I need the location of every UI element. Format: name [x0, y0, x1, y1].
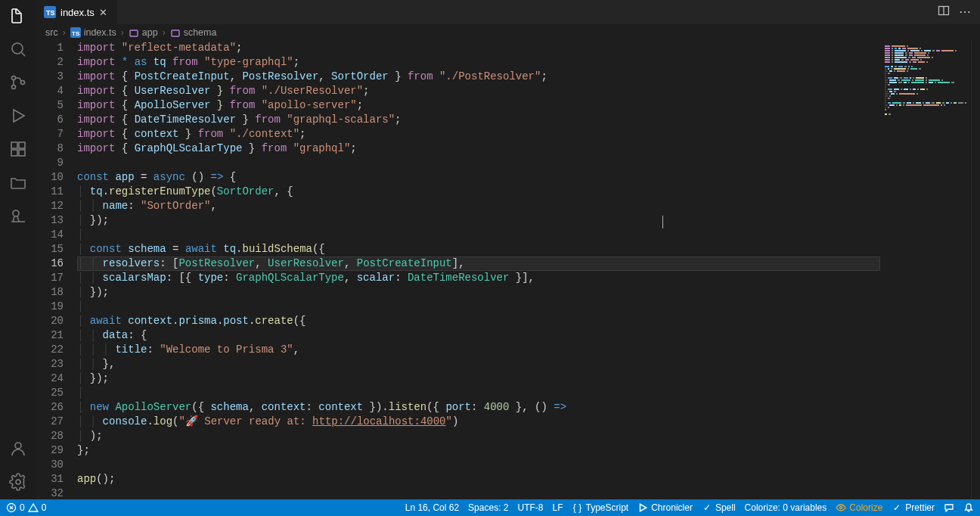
chevron-right-icon: ›: [121, 27, 124, 38]
status-cursor-position[interactable]: Ln 16, Col 62: [405, 502, 459, 513]
eye-icon: [836, 502, 846, 513]
status-eol[interactable]: LF: [552, 502, 563, 513]
svg-rect-7: [19, 150, 25, 156]
explorer-icon[interactable]: [8, 6, 28, 26]
code-editor[interactable]: 1234567891011121314151617181920212223242…: [36, 41, 880, 499]
svg-rect-5: [19, 142, 25, 148]
activity-bar: [0, 0, 36, 499]
editor-group: TS index.ts ✕ ⋯ src › TS index.ts ›: [36, 0, 980, 499]
svg-rect-16: [130, 30, 138, 36]
tab-label: index.ts: [60, 7, 95, 18]
svg-text:TS: TS: [72, 30, 80, 37]
status-bell-icon[interactable]: [963, 502, 974, 513]
scrollbar[interactable]: [971, 41, 980, 499]
error-icon: [6, 502, 17, 513]
status-prettier[interactable]: ✓ Prettier: [892, 502, 935, 513]
tab-index-ts[interactable]: TS index.ts ✕: [36, 0, 118, 24]
check-icon: ✓: [702, 502, 712, 513]
status-spell[interactable]: ✓ Spell: [702, 502, 736, 513]
svg-text:TS: TS: [46, 9, 55, 17]
breadcrumb-item[interactable]: app: [142, 27, 158, 38]
more-icon[interactable]: ⋯: [959, 5, 971, 20]
run-debug-icon[interactable]: [8, 106, 28, 126]
status-language[interactable]: { } TypeScript: [572, 502, 629, 513]
status-colorize-vars[interactable]: Colorize: 0 variables: [745, 502, 827, 513]
close-icon[interactable]: ✕: [99, 7, 110, 18]
typescript-file-icon: TS: [70, 27, 81, 38]
feedback-icon: [944, 502, 954, 513]
settings-gear-icon[interactable]: [8, 472, 28, 492]
bookmark-icon[interactable]: [8, 206, 28, 225]
svg-rect-17: [172, 30, 179, 36]
svg-rect-4: [11, 142, 17, 148]
typescript-file-icon: TS: [44, 6, 56, 18]
status-chronicler[interactable]: Chronicler: [637, 502, 693, 513]
chevron-right-icon: ›: [63, 27, 66, 38]
minimap[interactable]: [880, 41, 971, 499]
svg-point-0: [12, 43, 23, 54]
status-indentation[interactable]: Spaces: 2: [468, 502, 508, 513]
svg-rect-6: [11, 150, 17, 156]
svg-point-8: [13, 210, 19, 216]
source-control-icon[interactable]: [8, 73, 28, 92]
bell-icon: [963, 502, 974, 513]
line-number-gutter: 1234567891011121314151617181920212223242…: [36, 41, 77, 499]
chevron-right-icon: ›: [163, 27, 166, 38]
status-colorize[interactable]: Colorize: [836, 502, 882, 513]
svg-point-19: [840, 507, 842, 509]
status-feedback-icon[interactable]: [944, 502, 954, 513]
braces-icon: { }: [572, 502, 583, 513]
check-icon: ✓: [892, 502, 902, 513]
status-bar: 0 0 Ln 16, Col 62 Spaces: 2 UTF-8 LF { }…: [0, 499, 980, 516]
symbol-method-icon: [170, 27, 181, 38]
breadcrumb-item[interactable]: src: [45, 27, 58, 38]
svg-point-10: [16, 480, 20, 484]
play-icon: [637, 502, 648, 513]
text-cursor: [662, 216, 663, 228]
extensions-icon[interactable]: [8, 139, 28, 159]
svg-point-2: [12, 85, 16, 89]
accounts-icon[interactable]: [8, 439, 28, 458]
svg-point-1: [12, 76, 16, 80]
tab-bar: TS index.ts ✕ ⋯: [36, 0, 980, 24]
search-icon[interactable]: [8, 39, 28, 59]
breadcrumb-item[interactable]: schema: [184, 27, 217, 38]
svg-point-9: [15, 443, 21, 449]
breadcrumb-item[interactable]: index.ts: [84, 27, 116, 38]
warning-icon: [28, 502, 39, 513]
status-problems[interactable]: 0 0: [6, 502, 46, 513]
split-editor-icon[interactable]: [938, 5, 950, 20]
status-encoding[interactable]: UTF-8: [517, 502, 543, 513]
breadcrumb[interactable]: src › TS index.ts › app › schema: [36, 24, 980, 41]
symbol-method-icon: [129, 27, 139, 38]
files-icon[interactable]: [8, 173, 28, 192]
